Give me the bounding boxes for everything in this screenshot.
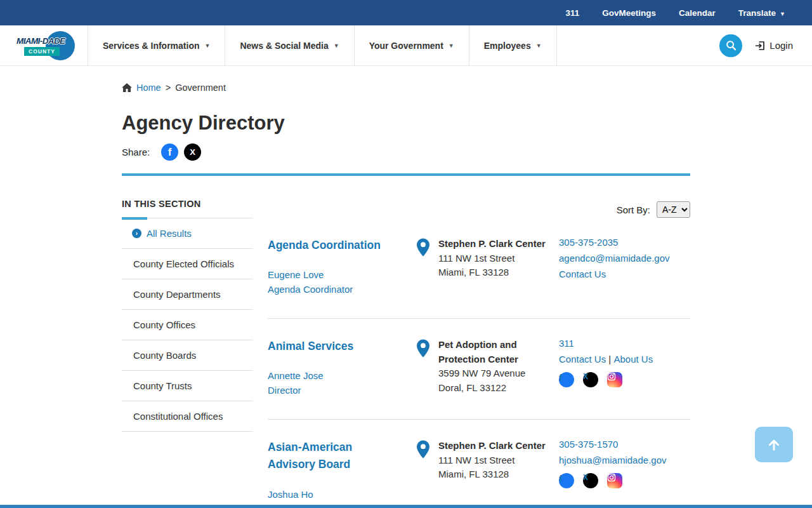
social-icons-row: fX: [559, 473, 690, 488]
contact-name-link[interactable]: Annette Jose: [268, 369, 415, 384]
location-text: Pet Adoption and Protection Center3599 N…: [438, 338, 547, 398]
location-pin-icon: [415, 237, 431, 297]
agency-name-link[interactable]: Agenda Coordination: [268, 237, 415, 254]
breadcrumb-home-link[interactable]: Home: [136, 83, 161, 93]
phone-link[interactable]: 311: [559, 338, 574, 349]
email-line: hjoshua@miamidade.gov: [559, 455, 690, 465]
address-line-2: Miami, FL 33128: [438, 467, 546, 482]
location-pin-icon: [415, 439, 431, 508]
address-line-1: 3599 NW 79 Avenue: [438, 366, 547, 381]
address-line-1: 111 NW 1st Street: [438, 251, 546, 266]
address-line-2: Miami, FL 33128: [438, 265, 546, 280]
translate-menu[interactable]: Translate▼: [738, 8, 785, 18]
email-link[interactable]: agendco@miamidade.gov: [559, 253, 670, 264]
address-line-2: Doral, FL 33122: [438, 381, 547, 396]
sidebar-item-county-offices[interactable]: County Offices: [122, 310, 253, 340]
agency-list: Agenda CoordinationEugene LoveAgenda Coo…: [268, 218, 690, 508]
nav-news-social-media[interactable]: News & Social Media▼: [225, 25, 353, 65]
contact-title-link[interactable]: Director: [268, 384, 415, 398]
nav-employees[interactable]: Employees▼: [469, 25, 557, 65]
page-title: Agency Directory: [122, 112, 690, 135]
breadcrumb: Home > Government: [122, 83, 690, 93]
share-label: Share:: [122, 147, 150, 157]
sidebar-item-constitutional-offices[interactable]: Constitutional Offices: [122, 401, 253, 432]
phone-link[interactable]: 305-375-1570: [559, 439, 618, 450]
contact-us-link[interactable]: Contact Us: [559, 354, 606, 364]
link-calendar[interactable]: Calendar: [679, 8, 716, 18]
agency-name-link[interactable]: Animal Services: [268, 338, 415, 355]
contact-name-link[interactable]: Joshua Ho: [268, 488, 415, 502]
contact-links-row: Contact Us | About Us: [559, 354, 690, 364]
back-to-top-button[interactable]: [755, 427, 793, 462]
email-line: agendco@miamidade.gov: [559, 253, 690, 264]
sidebar-item-county-elected-officials[interactable]: County Elected Officials: [122, 249, 253, 279]
x-icon[interactable]: X: [583, 473, 598, 488]
link-311[interactable]: 311: [565, 8, 579, 18]
agency-location-cell: Stephen P. Clark Center111 NW 1st Street…: [415, 439, 559, 508]
sidebar-list: ›All ResultsCounty Elected OfficialsCoun…: [122, 218, 253, 432]
contact-title-link[interactable]: Agenda Coordinator: [268, 283, 415, 297]
agency-contact-cell: 305-375-2035agendco@miamidade.govContact…: [559, 237, 690, 297]
sidebar-item-all-results[interactable]: ›All Results: [122, 218, 253, 249]
agency-row: Animal ServicesAnnette JoseDirectorPet A…: [268, 319, 690, 420]
agency-row: Agenda CoordinationEugene LoveAgenda Coo…: [268, 218, 690, 319]
instagram-icon[interactable]: [607, 372, 622, 387]
login-icon: [755, 41, 765, 51]
bottom-accent-bar: [0, 505, 812, 508]
nav-label: Services & Information: [103, 41, 200, 51]
about-us-link[interactable]: About Us: [613, 354, 653, 364]
facebook-icon[interactable]: f: [559, 473, 574, 488]
search-button[interactable]: [719, 34, 742, 57]
logo-text: MIAMI-DADE: [16, 36, 65, 46]
home-icon: [122, 83, 132, 92]
utility-bar: 311 GovMeetings Calendar Translate▼: [0, 0, 812, 25]
link-govmeetings[interactable]: GovMeetings: [602, 8, 656, 18]
sidebar-item-county-departments[interactable]: County Departments: [122, 279, 253, 310]
nav-label: Your Government: [369, 41, 443, 51]
sidebar-item-label: County Departments: [133, 289, 221, 300]
arrow-up-icon: [766, 437, 782, 452]
share-icons: f X: [161, 144, 201, 161]
login-button[interactable]: Login: [755, 40, 793, 51]
agency-row: Asian-American Advisory BoardJoshua HoPr…: [268, 420, 690, 508]
facebook-icon[interactable]: f: [559, 372, 574, 387]
login-label: Login: [769, 40, 793, 51]
agency-directory-main: Sort By: A-Z Agenda CoordinationEugene L…: [268, 199, 690, 508]
sidebar-item-county-boards[interactable]: County Boards: [122, 340, 253, 371]
agency-name-cell: Agenda CoordinationEugene LoveAgenda Coo…: [268, 237, 415, 297]
location-name: Stephen P. Clark Center: [438, 237, 546, 251]
sort-select[interactable]: A-Z: [657, 201, 690, 218]
chevron-down-icon: ▼: [449, 43, 454, 49]
share-row: Share: f X: [122, 144, 690, 161]
contact-name-link[interactable]: Eugene Love: [268, 268, 415, 283]
location-name: Pet Adoption and Protection Center: [438, 338, 547, 366]
agency-name-cell: Animal ServicesAnnette JoseDirector: [268, 338, 415, 398]
nav-services-information[interactable]: Services & Information▼: [88, 25, 225, 65]
main-nav: Services & Information▼ News & Social Me…: [88, 25, 557, 65]
agency-name-link[interactable]: Asian-American Advisory Board: [268, 439, 415, 473]
phone-line: 305-375-1570: [559, 439, 690, 450]
nav-label: Employees: [484, 41, 531, 51]
sidebar-item-label: County Elected Officials: [133, 258, 234, 269]
chevron-down-icon: ▼: [205, 43, 211, 49]
logo-wrap: MIAMI-DADE COUNTY: [0, 25, 88, 65]
breadcrumb-current: Government: [175, 83, 226, 93]
location-text: Stephen P. Clark Center111 NW 1st Street…: [438, 237, 546, 297]
location-name: Stephen P. Clark Center: [438, 439, 546, 453]
x-icon[interactable]: X: [583, 372, 598, 387]
instagram-icon[interactable]: [607, 473, 622, 488]
location-pin-icon: [415, 338, 431, 398]
share-x-icon[interactable]: X: [184, 144, 201, 161]
share-facebook-icon[interactable]: f: [161, 144, 178, 161]
contact-us-link[interactable]: Contact Us: [559, 269, 606, 279]
agency-location-cell: Pet Adoption and Protection Center3599 N…: [415, 338, 559, 398]
email-link[interactable]: hjoshua@miamidade.gov: [559, 455, 667, 465]
nav-your-government[interactable]: Your Government▼: [354, 25, 469, 65]
miami-dade-logo[interactable]: MIAMI-DADE COUNTY: [16, 30, 76, 61]
page-content: Home > Government Agency Directory Share…: [122, 83, 690, 508]
contact-links-row: Contact Us: [559, 269, 690, 279]
phone-line: 311: [559, 338, 690, 349]
phone-link[interactable]: 305-375-2035: [559, 237, 618, 248]
sort-label: Sort By:: [617, 204, 650, 215]
sidebar-item-county-trusts[interactable]: County Trusts: [122, 371, 253, 401]
